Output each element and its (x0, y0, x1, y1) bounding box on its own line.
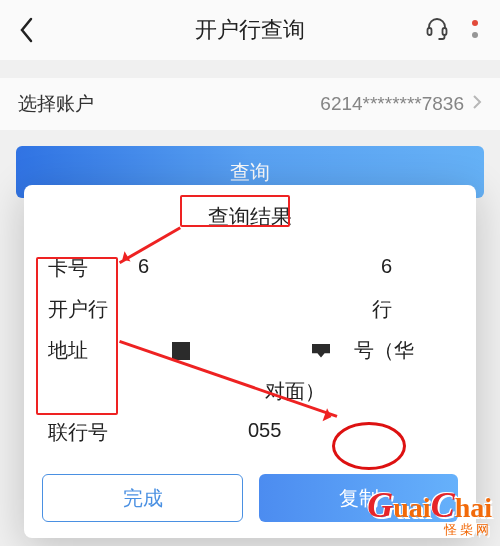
account-value: 6214********7836 (320, 93, 464, 115)
copy-button[interactable]: 复制 (259, 474, 458, 522)
done-button-label: 完成 (123, 485, 163, 512)
svg-rect-1 (443, 28, 447, 35)
done-button[interactable]: 完成 (42, 474, 243, 522)
dialog-title: 查询结果 (42, 203, 458, 231)
label-bank: 开户行 (48, 296, 128, 323)
label-code: 联行号 (48, 419, 128, 446)
back-icon[interactable] (18, 16, 36, 44)
copy-button-label: 复制 (339, 485, 379, 512)
headset-icon[interactable] (424, 15, 450, 45)
account-row[interactable]: 选择账户 6214********7836 (0, 78, 500, 130)
more-icon[interactable] (468, 18, 482, 42)
result-dialog: 查询结果 卡号 6 6 开户行 行 地址 号（华 对面） 联行号 0 (24, 185, 476, 538)
chevron-right-icon (472, 93, 482, 115)
value-addr-2: 对面） (138, 378, 452, 405)
label-card: 卡号 (48, 255, 128, 282)
value-card: 6 6 (138, 255, 452, 282)
value-addr: 号（华 (138, 337, 452, 364)
label-addr: 地址 (48, 337, 128, 364)
account-label: 选择账户 (18, 91, 94, 117)
page-title: 开户行查询 (195, 15, 305, 45)
query-button-label: 查询 (230, 159, 270, 186)
svg-rect-0 (428, 28, 432, 35)
value-bank: 行 (138, 296, 452, 323)
value-code: 055 (138, 419, 452, 446)
header: 开户行查询 (0, 0, 500, 60)
